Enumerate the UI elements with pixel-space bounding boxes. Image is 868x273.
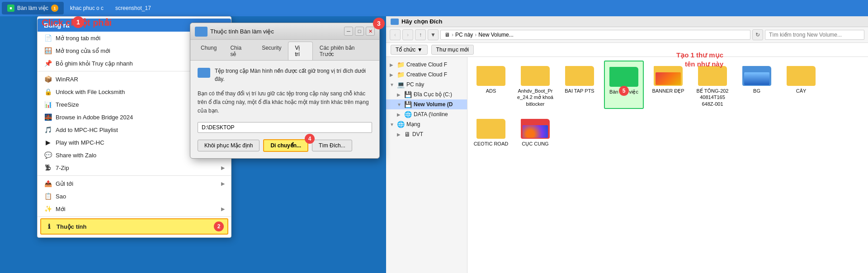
cm-arrow-moi: ▶ [221,206,225,212]
file-label-bg: BG [753,88,760,94]
dialog-move-btn[interactable]: Di chuyển... [263,139,308,152]
tree-arrow-c: ▶ [397,92,402,97]
folder-tree: ▶ 📁 Creative Cloud F ▶ 📁 Creative Cloud … [386,57,467,273]
tree-item-data[interactable]: ▶ 🌐 DATA (\\online [386,109,467,119]
folder-thumb-betong [698,62,727,86]
taskbar-label-screenshot: screenshot_17 [115,5,151,11]
tree-item-cc2[interactable]: ▶ 📁 Creative Cloud F [386,70,467,80]
dialog-tab-chiase[interactable]: Chia sẻ [223,42,255,60]
cm-label-7zip: 7-Zip [56,165,69,171]
cm-label-gui-toi: Gửi tới [56,180,73,187]
nav-back-btn[interactable]: ‹ [390,29,401,40]
cm-label-mo-cua-so: Mở trong cửa sổ mới [56,47,110,54]
tree-item-pc[interactable]: ▼ 💻 PC này [386,80,467,89]
dialog-find-btn[interactable]: Tìm Đích... [312,140,352,151]
folder-body-banlamviec [609,67,638,87]
file-item-anhdv[interactable]: Anhdv_Boot_Pre_24.2 mở khoá bitlocker [515,61,555,109]
taskbar-tab-banlamviec[interactable]: ■ Bàn làm việc 1 [2,2,64,14]
dialog-actions: Khôi phục Mặc định Di chuyển... 4 Tìm Đí… [198,139,372,152]
cm-item-sao[interactable]: 📋 Sao [38,190,231,202]
folder-body-cay [787,66,816,86]
dialog-tab-security[interactable]: Security [255,42,288,60]
breadcrumb-sep-2: › [475,32,476,38]
tree-item-d[interactable]: ▼ 💾 New Volume (D [386,99,467,109]
dialog-tab-chung[interactable]: Chung [194,42,223,60]
tree-label-pc: PC này [406,81,424,88]
tree-item-c[interactable]: ▶ 💾 Đĩa Cục bộ (C:) [386,89,467,99]
cm-label-mo-tab: Mở trong tab mới [56,35,100,42]
folder-thumb-bg [742,62,771,86]
cm-icon-bridge: 🌉 [44,113,52,121]
folder-body-bg [742,66,771,86]
tree-arrow-dvt: ▶ [397,132,402,137]
cm-icon-winrar: 📦 [44,75,52,83]
tree-label-dvt: DVT [412,131,423,137]
taskbar-icon-banlamviec: ■ [7,5,14,12]
file-label-baitap: BAI TAP PTS [565,88,594,94]
dialog-close-btn[interactable]: ✕ [366,27,375,36]
new-folder-btn[interactable]: Thư mục mới [431,45,474,55]
tree-icon-mang: 🌐 [397,121,405,128]
dialog-maximize-btn[interactable]: □ [355,27,364,36]
cm-icon-7zip: 🗜 [44,164,52,172]
taskbar-tab-screenshot[interactable]: screenshot_17 [110,2,156,14]
cm-label-locksmith: Unlock with File Locksmith [56,89,125,95]
tree-icon-cc1: 📁 [397,61,405,68]
dialog-minimize-btn[interactable]: ─ [344,27,353,36]
dialog-tab-vitri[interactable]: Vị trí [288,42,312,60]
toolbar: Tổ chức ▼ Thư mục mới Tạo 1 thư mụctên n… [386,43,868,57]
file-item-banlamviec[interactable]: Bàn làm việc 5 [604,61,644,109]
cm-label-thuoc-tinh: Thuộc tính [57,223,87,230]
dialog-titlebar: Thuộc tính Bàn làm việc ─ □ ✕ [190,23,379,40]
organize-btn[interactable]: Tổ chức ▼ [391,45,428,55]
breadcrumb-volume: New Volume... [478,32,513,38]
file-browser-content: ▶ 📁 Creative Cloud F ▶ 📁 Creative Cloud … [386,57,868,273]
tree-icon-data: 🌐 [404,111,412,118]
file-item-bg[interactable]: BG [737,61,777,109]
tree-icon-d: 💾 [404,101,412,108]
folder-body-anhdv [521,66,550,86]
cm-icon-sao: 📋 [44,192,52,200]
taskbar-tab-khacphuc[interactable]: khac phuc o c [65,2,109,14]
cm-icon-zalo: 💬 [44,151,52,159]
file-item-banner[interactable]: BANNER ĐẸP [648,61,688,109]
nav-up-btn[interactable]: ↑ [415,29,426,40]
dialog-controls: ─ □ ✕ [344,27,375,36]
cm-item-moi[interactable]: ✨ Mới ▶ [38,202,231,215]
tree-label-data: DATA (\\online [414,111,448,118]
nav-recent-btn[interactable]: ▼ [428,29,439,40]
folder-thumb-banlamviec [609,63,638,87]
dialog-restore-btn[interactable]: Khôi phục Mặc định [198,140,259,151]
dialog-info-folder-icon [198,68,210,78]
tree-icon-pc: 💻 [397,81,405,88]
cm-arrow-7zip: ▶ [221,165,225,171]
cm-item-gui-toi[interactable]: 📤 Gửi tới ▶ [38,177,231,190]
cm-icon-moi: ✨ [44,205,52,213]
desktop: Click chuột phải 1 Bung ra 📄 Mở trong ta… [0,16,868,273]
file-item-cay[interactable]: CÂY [781,61,821,109]
tree-item-mang[interactable]: ▼ 🌐 Mạng [386,119,467,129]
cm-item-7zip[interactable]: 🗜 7-Zip ▶ [38,161,231,174]
file-browser-panel: Hãy chọn Đích ‹ › ↑ ▼ 🖥 › PC này › New V… [386,16,868,273]
dialog-title-text: Thuộc tính Bàn làm việc [210,28,274,35]
file-item-ceotic[interactable]: CEOTIC ROAD [471,113,511,149]
folder-body-ads [476,66,505,86]
tree-item-cc1[interactable]: ▶ 📁 Creative Cloud F [386,60,467,70]
cm-icon-mo-cua-so: 🪟 [44,47,52,55]
folder-thumb-cay [787,62,816,86]
dialog-path-input[interactable] [198,122,372,133]
dialog-tab-phienban[interactable]: Các phiên bản Trước [313,42,376,60]
tree-item-dvt[interactable]: ▶ 🖥 DVT [386,129,467,139]
cm-icon-mpc-play: ▶ [44,138,52,146]
file-item-betong[interactable]: BẾ TÔNG-202 40814T165 648Z-001 [693,61,732,109]
file-item-cuccung[interactable]: CỤC CUNG [515,113,555,149]
folder-body-banner [654,66,683,86]
folder-body-baitap [565,66,594,86]
file-item-baitap[interactable]: BAI TAP PTS [560,61,599,109]
cm-item-thuoc-tinh[interactable]: ℹ Thuộc tính 2 [40,218,228,235]
nav-refresh-btn[interactable]: ↻ [752,29,763,40]
nav-forward-btn[interactable]: › [402,29,413,40]
cm-icon-treesize: 📊 [44,100,52,108]
file-item-ads[interactable]: ADS [471,61,511,109]
search-input[interactable] [765,30,864,40]
